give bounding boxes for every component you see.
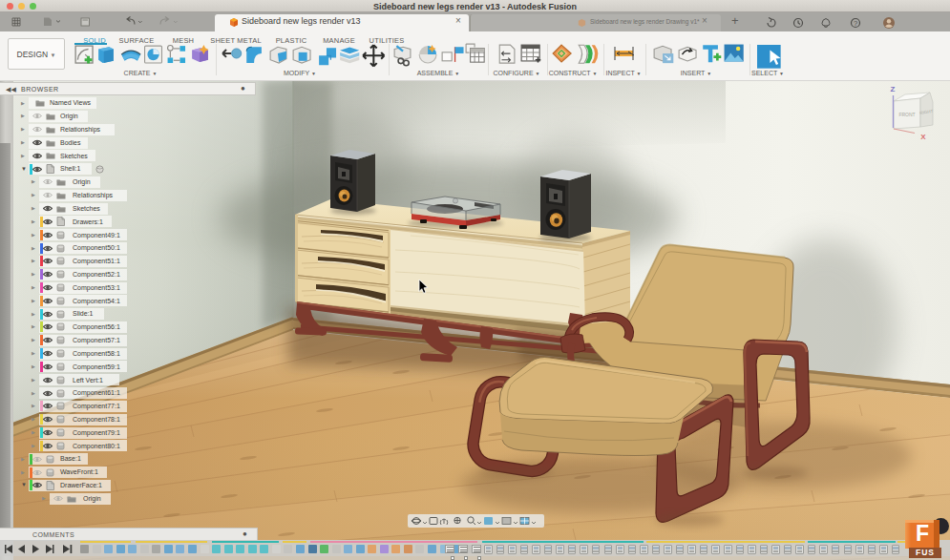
svg-text:FRONT: FRONT	[898, 112, 915, 117]
svg-text:X: X	[920, 133, 926, 141]
svg-text:Z: Z	[891, 85, 896, 93]
svg-text:?: ?	[854, 19, 857, 28]
